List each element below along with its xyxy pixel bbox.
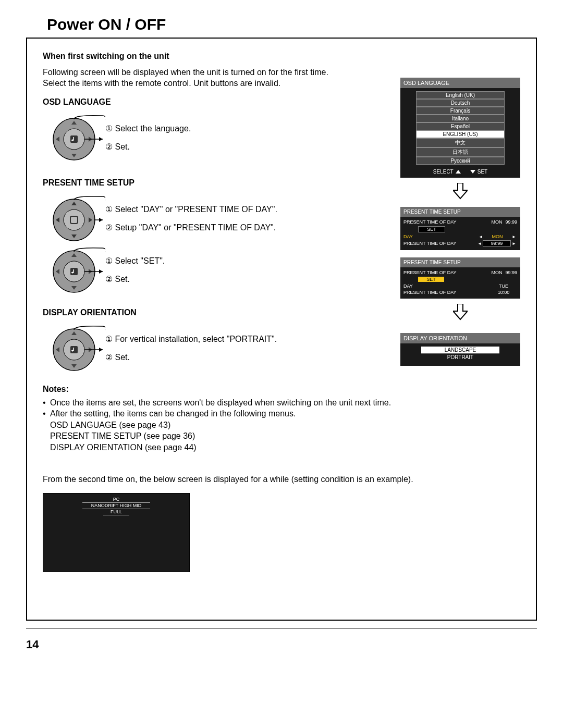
note-2: After the setting, the items can be chan… xyxy=(43,408,520,419)
lang-item: 中文 xyxy=(416,138,505,147)
remote-nav-diagram xyxy=(43,194,105,243)
remote-enter-diagram-3 xyxy=(43,324,105,373)
do-portrait: PORTRAIT xyxy=(421,354,499,361)
lang-item: Español xyxy=(416,122,505,130)
lang-item: Italiano xyxy=(416,115,505,122)
osd-step2: ② Set. xyxy=(105,138,191,156)
note-2b: PRESENT TIME SETUP (see page 36) xyxy=(43,430,520,442)
osd-language-panel-title: OSD LANGUAGE xyxy=(400,78,520,88)
lang-item: Français xyxy=(416,107,505,115)
pts-a-step2: ② Setup "DAY" or "PRESENT TIME OF DAY". xyxy=(105,218,277,237)
intro-heading: When first switching on the unit xyxy=(43,52,520,61)
do-step1: ① For vertical installation, select "POR… xyxy=(105,330,277,348)
remote-enter-diagram-2 xyxy=(43,245,105,295)
pts-set-button-selected: SET xyxy=(418,277,444,282)
note-2a: OSD LANGUAGE (see page 43) xyxy=(43,419,520,431)
note-2c: DISPLAY ORIENTATION (see page 44) xyxy=(43,442,520,453)
pts-b-step2: ② Set. xyxy=(105,270,165,288)
page-divider xyxy=(26,628,537,628)
arrow-down-icon-2 xyxy=(400,304,520,320)
pts-b-step1: ① Select "SET". xyxy=(105,252,165,270)
remote-enter-diagram xyxy=(43,113,105,163)
page-number: 14 xyxy=(26,638,537,651)
lang-item: Deutsch xyxy=(416,99,505,107)
second-time-text: From the second time on, the below scree… xyxy=(43,474,520,485)
triangle-up-icon xyxy=(456,170,461,174)
triangle-down-icon xyxy=(470,170,475,174)
do-landscape: LANDSCAPE xyxy=(421,347,499,354)
pts-panel-1: PRESENT TIME SETUP PRESENT TIME OF DAY M… xyxy=(400,207,520,250)
pts-panel-2: PRESENT TIME SETUP PRESENT TIME OF DAY M… xyxy=(400,257,520,299)
mini-screen-example: PC NANODRIFT HIGH MID FULL xyxy=(43,493,190,572)
arrow-down-icon xyxy=(400,183,520,200)
display-orientation-heading: DISPLAY ORIENTATION xyxy=(43,308,324,317)
notes-heading: Notes: xyxy=(43,385,520,394)
pts-a-step1: ① Select "DAY" or "PRESENT TIME OF DAY". xyxy=(105,200,277,218)
lang-item: Русский xyxy=(416,157,505,165)
lang-item: 日本語 xyxy=(416,147,505,157)
pts-set-button: SET xyxy=(418,226,445,232)
do-step2: ② Set. xyxy=(105,348,277,366)
lang-item: ENGLISH (US) xyxy=(416,130,505,138)
lang-item: English (UK) xyxy=(416,91,505,99)
pts-heading: PRESENT TIME SETUP xyxy=(43,178,324,188)
osd-footer-select: SELECT xyxy=(433,169,454,175)
note-1: Once the items are set, the screens won'… xyxy=(43,397,520,409)
osd-language-heading: OSD LANGUAGE xyxy=(43,97,324,107)
page-title: Power ON / OFF xyxy=(47,16,537,33)
display-orientation-panel: DISPLAY ORIENTATION LANDSCAPE PORTRAIT xyxy=(400,333,520,366)
osd-language-panel: OSD LANGUAGE English (UK)DeutschFrançais… xyxy=(400,78,520,178)
osd-step1: ① Select the language. xyxy=(105,119,191,138)
osd-footer-set: SET xyxy=(478,169,487,175)
content-frame: When first switching on the unit Followi… xyxy=(26,38,537,621)
